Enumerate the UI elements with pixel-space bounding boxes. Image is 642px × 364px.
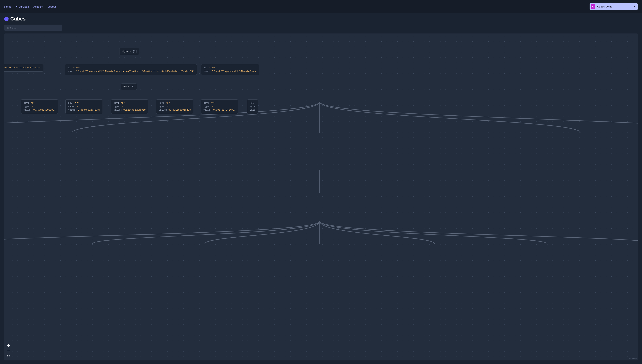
node-root-label: objects (122, 50, 131, 53)
nav-home[interactable]: Home (4, 5, 12, 8)
node-leaf-1[interactable]: key: "b" type: 3 value: 0.76784259080887 (21, 99, 58, 114)
nav-services[interactable]: Services (16, 5, 29, 8)
fit-view-button[interactable] (7, 354, 10, 358)
zoom-out-button[interactable] (7, 349, 10, 352)
app-header: Home Services Account Logout C Cubes Dem… (0, 0, 642, 13)
node-object-control4[interactable]: VBoxContainer/GridContainer/Control4" (4, 64, 43, 72)
label-name: name: (204, 70, 210, 73)
node-leaf-6[interactable]: key type valu (247, 99, 258, 114)
node-data-count: [3] (130, 85, 134, 88)
chevron-down-icon (634, 6, 635, 7)
canvas-controls (7, 344, 10, 358)
label-id: id: (68, 66, 72, 69)
node-object-0-name: VBoxContainer/GridContainer/Control4" (4, 66, 41, 69)
node-objects-root[interactable]: objects [9] (119, 48, 139, 55)
graph-edges (4, 34, 638, 360)
label-id: id: (204, 66, 208, 69)
node-data[interactable]: data [3] (121, 83, 137, 90)
node-cr5-name: "/root/Playground/UI/MarginContainer/API… (76, 70, 194, 73)
nav-services-label: Services (19, 5, 29, 8)
zoom-in-button[interactable] (7, 344, 10, 347)
fullscreen-icon (7, 355, 10, 358)
plus-icon (7, 344, 10, 347)
arrow-left-icon (5, 18, 8, 20)
node-leaf-5[interactable]: key: "r" type: 3 value: 0.00675140414387 (201, 99, 238, 114)
node-data-label: data (123, 85, 129, 88)
workspace-badge: C (591, 4, 595, 9)
node-leaf-2[interactable]: key: "r" type: 3 value: 0.45845332741737 (65, 99, 103, 114)
workspace-name: Cubes Demo (597, 5, 612, 8)
node-cr6-id: "CR6" (209, 66, 216, 69)
workspace-dropdown[interactable]: C Cubes Demo (590, 3, 638, 10)
graph-canvas[interactable]: objects [9] VBoxContainer/GridContainer/… (4, 34, 638, 360)
node-leaf-4[interactable]: key: "b" type: 3 value: 0.74015986919403 (156, 99, 193, 114)
label-name: name: (68, 70, 75, 73)
page-main: Cubes objects [9] VBo (0, 13, 642, 364)
nav-logout[interactable]: Logout (48, 5, 56, 8)
node-leaf-3[interactable]: key: "g" type: 3 value: 0.12667927145958 (111, 99, 148, 114)
canvas-attribution: React Flow (629, 358, 637, 360)
node-root-count: [9] (133, 50, 137, 53)
search-input[interactable] (4, 24, 62, 31)
main-nav: Home Services Account Logout (4, 5, 56, 8)
node-cr5-id: "CR5" (73, 66, 80, 69)
back-button[interactable] (4, 17, 9, 21)
minus-icon (7, 350, 10, 352)
nav-account[interactable]: Account (34, 5, 43, 8)
node-cr6-name: "/root/Playground/UI/MarginConta (212, 70, 257, 73)
caret-down-icon (16, 6, 18, 7)
title-row: Cubes (4, 16, 638, 22)
page-title: Cubes (10, 16, 26, 22)
node-object-cr5[interactable]: id: "CR5" name: "/root/Playground/UI/Mar… (65, 64, 197, 75)
node-object-cr6[interactable]: id: "CR6" name: "/root/Playground/UI/Mar… (201, 64, 259, 75)
